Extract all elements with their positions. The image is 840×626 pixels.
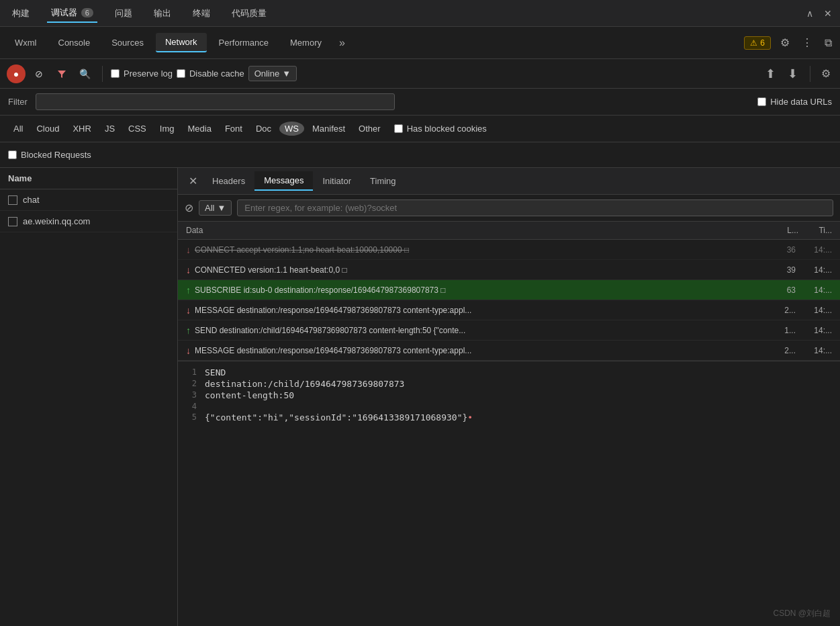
filter-type-manifest[interactable]: Manifest [307, 122, 351, 136]
record-button[interactable]: ● [7, 64, 26, 83]
message-data-4: SEND destination:/child/1694647987369807… [195, 326, 772, 335]
filter-type-js[interactable]: JS [99, 122, 120, 136]
message-length-3: 2... [772, 306, 798, 315]
preserve-log-checkbox[interactable]: Preserve log [111, 69, 173, 79]
disable-cache-input[interactable] [177, 69, 185, 78]
search-icon: 🔍 [79, 69, 91, 79]
filter-type-css[interactable]: CSS [123, 122, 152, 136]
title-bar-item-issues[interactable]: 问题 [111, 5, 136, 22]
filter-type-all[interactable]: All [8, 122, 28, 136]
toolbar-settings-icon[interactable]: ⚙ [819, 64, 833, 83]
message-row-4[interactable]: ↑ SEND destination:/child/16946479873698… [178, 320, 840, 341]
messages-filter-dropdown-icon: ▼ [217, 203, 226, 213]
filter-type-other[interactable]: Other [353, 122, 386, 136]
hide-data-urls-checkbox[interactable]: Hide data URLs [757, 97, 832, 107]
message-row-3[interactable]: ↓ MESSAGE destination:/response/16946479… [178, 300, 840, 320]
tab-console[interactable]: Console [49, 34, 100, 52]
online-label: Online [254, 69, 280, 79]
filter-type-img[interactable]: Img [154, 122, 180, 136]
online-select[interactable]: Online ▼ [248, 66, 297, 81]
tab-more[interactable]: » [334, 34, 351, 52]
title-bar-item-terminal[interactable]: 终端 [189, 5, 214, 22]
close-btn[interactable]: ✕ [824, 8, 832, 19]
search-button[interactable]: 🔍 [75, 64, 94, 83]
message-row-1[interactable]: ↓ CONNECTED version:1.1 heart-beat:0,0 □… [178, 260, 840, 280]
panel-close-button[interactable]: ✕ [183, 172, 203, 190]
messages-filter-input[interactable] [237, 199, 833, 216]
watermark: CSDN @刘白超 [773, 608, 831, 619]
toolbar-divider-2 [810, 66, 810, 82]
message-time-4: 14:... [798, 326, 832, 335]
tab-sources[interactable]: Sources [102, 34, 153, 52]
message-arrow-5: ↓ [186, 345, 191, 356]
message-length-5: 2... [772, 346, 798, 355]
detail-line-4: 4 [178, 401, 840, 412]
panel-tab-timing[interactable]: Timing [361, 172, 406, 190]
title-bar-item-debugger[interactable]: 调试器 6 [47, 4, 97, 23]
settings-icon[interactable]: ⚙ [778, 34, 792, 52]
filter-type-xhr[interactable]: XHR [67, 122, 96, 136]
messages-filter-icon: ⊘ [185, 202, 193, 214]
panel-tab-messages[interactable]: Messages [254, 171, 313, 191]
filter-type-media[interactable]: Media [182, 122, 216, 136]
title-bar: 构建 调试器 6 问题 输出 终端 代码质量 ∧ ✕ [0, 0, 840, 27]
tab-network[interactable]: Network [156, 33, 207, 52]
messages-table-header: Data L... Ti... [178, 222, 840, 240]
message-arrow-2: ↑ [186, 285, 191, 296]
sidebar-ae-label: ae.weixin.qq.com [23, 216, 90, 226]
message-row-5[interactable]: ↓ MESSAGE destination:/response/16946479… [178, 341, 840, 361]
message-data-2: SUBSCRIBE id:sub-0 destination:/response… [195, 285, 772, 295]
warning-badge[interactable]: ⚠ 6 [744, 36, 771, 50]
blocked-requests-input[interactable] [8, 150, 17, 159]
has-blocked-cookies-checkbox[interactable]: Has blocked cookies [394, 124, 487, 134]
message-length-4: 1... [772, 326, 798, 335]
title-bar-item-output[interactable]: 输出 [150, 5, 175, 22]
filter-type-font[interactable]: Font [220, 122, 248, 136]
toolbar: ● ⊘ 🔍 Preserve log Disable cache Online … [0, 59, 840, 89]
message-detail: 1 SEND 2 destination:/child/169464798736… [178, 361, 840, 626]
panel-tab-initiator[interactable]: Initiator [313, 172, 361, 190]
filter-input[interactable] [36, 93, 395, 110]
tab-memory[interactable]: Memory [281, 34, 331, 52]
has-blocked-cookies-input[interactable] [394, 124, 403, 133]
tab-performance-label: Performance [219, 38, 269, 48]
warning-count: 6 [760, 38, 765, 48]
download-button[interactable]: ⬇ [784, 65, 802, 83]
blocked-requests-checkbox[interactable]: Blocked Requests [8, 150, 91, 160]
detail-line-content-5: {"content":"hi","sessionId":"16964133891… [205, 412, 473, 422]
title-bar-item-build[interactable]: 构建 [8, 5, 34, 22]
detail-line-num-4: 4 [178, 402, 205, 411]
sidebar-chat-checkbox[interactable] [8, 195, 17, 205]
detail-line-content-1: SEND [205, 367, 226, 377]
disable-cache-checkbox[interactable]: Disable cache [177, 69, 244, 79]
tab-wxml[interactable]: Wxml [5, 34, 46, 52]
upload-button[interactable]: ⬆ [761, 65, 780, 83]
sidebar-item-chat[interactable]: chat [0, 189, 177, 211]
filter-type-ws[interactable]: WS [279, 122, 304, 136]
message-row-2[interactable]: ↑ SUBSCRIBE id:sub-0 destination:/respon… [178, 280, 840, 300]
filter-type-doc[interactable]: Doc [250, 122, 277, 136]
filter-label: Filter [8, 97, 28, 107]
title-bar-item-quality[interactable]: 代码质量 [228, 5, 271, 22]
message-time-3: 14:... [798, 306, 832, 315]
more-options-icon[interactable]: ⋮ [799, 34, 815, 52]
tab-wxml-label: Wxml [15, 38, 37, 48]
minimize-btn[interactable]: ∧ [806, 8, 813, 19]
filter-type-cloud[interactable]: Cloud [31, 122, 64, 136]
dock-icon[interactable]: ⧉ [822, 34, 835, 52]
sidebar-item-ae[interactable]: ae.weixin.qq.com [0, 211, 177, 232]
messages-filter-select[interactable]: All ▼ [199, 200, 232, 216]
hide-data-urls-input[interactable] [757, 97, 766, 106]
title-debugger-label: 调试器 [51, 7, 77, 17]
preserve-log-input[interactable] [111, 69, 120, 78]
sidebar-header: Name [0, 168, 177, 189]
stop-button[interactable]: ⊘ [30, 64, 48, 83]
panel-tab-headers[interactable]: Headers [203, 172, 254, 190]
tab-performance[interactable]: Performance [209, 34, 278, 52]
message-row-0[interactable]: ↓ CONNECT accept-version:1.1;no heart-be… [178, 240, 840, 260]
messages-filter: ⊘ All ▼ [178, 195, 840, 222]
filter-button[interactable] [52, 64, 71, 83]
message-data-3: MESSAGE destination:/response/1694647987… [195, 306, 772, 315]
filter-bar: Filter Hide data URLs [0, 89, 840, 116]
sidebar-ae-checkbox[interactable] [8, 217, 17, 226]
